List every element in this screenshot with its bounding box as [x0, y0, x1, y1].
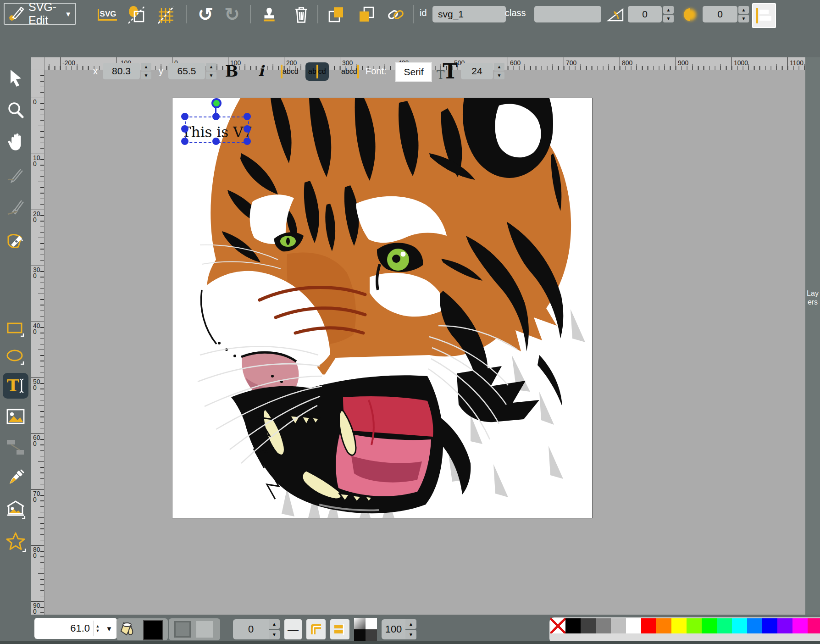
tool-image[interactable] — [5, 405, 27, 427]
font-size-input[interactable]: 24 — [461, 63, 493, 79]
stroke-linejoin-button[interactable] — [306, 619, 326, 639]
italic-button[interactable]: i — [255, 61, 267, 81]
v-ruler-label: 400 — [31, 322, 43, 335]
tool-ellipse[interactable] — [5, 346, 27, 368]
zoom-dropdown-arrow[interactable]: ▼ — [101, 625, 117, 633]
y-label: y — [159, 66, 163, 77]
tool-zoom[interactable] — [5, 99, 27, 121]
fill-color-swatch[interactable] — [143, 620, 163, 640]
main-menu-button[interactable]: SVG-Edit ▼ — [4, 3, 76, 25]
font-family-value: Serif — [404, 67, 423, 78]
move-to-top-button[interactable] — [325, 5, 348, 25]
palette-swatch-00ffff[interactable] — [732, 618, 747, 633]
text-anchor-middle-button[interactable]: ab cd — [305, 62, 329, 81]
tool-pan[interactable] — [5, 131, 27, 153]
tool-select[interactable] — [5, 67, 27, 89]
tool-pencil[interactable] — [5, 164, 27, 186]
zoom-control[interactable]: 61.0 ▲▼ ▼ — [34, 618, 117, 639]
zoom-spinner[interactable]: ▲▼ — [94, 621, 101, 636]
opacity-input[interactable]: 100 — [382, 619, 405, 639]
clone-button[interactable] — [258, 5, 281, 25]
grid-tools-button[interactable] — [154, 5, 178, 25]
redo-button[interactable]: ↻ — [221, 4, 243, 25]
palette-swatch-ff007f[interactable] — [808, 618, 820, 633]
text-anchor-start-button[interactable]: abcd — [281, 62, 299, 81]
palette-swatch-00ff00[interactable] — [702, 618, 717, 633]
opacity-spinner[interactable]: ▲▼ — [405, 619, 416, 639]
image-tools-button[interactable] — [125, 5, 149, 25]
stroke-width-input[interactable]: 0 — [233, 619, 269, 639]
delete-button[interactable] — [290, 5, 313, 25]
tool-eyedropper[interactable] — [5, 467, 27, 489]
selection-handle-se[interactable] — [244, 138, 251, 145]
font-family-button[interactable]: Serif — [395, 62, 432, 82]
palette-swatch-0000ff[interactable] — [762, 618, 777, 633]
stroke-dash-button[interactable]: — — [284, 619, 302, 639]
palette-swatch-ff0000[interactable] — [641, 618, 656, 633]
svg-edit-app: SVG-Edit ▼ SVG ↺ ↻ — [0, 0, 820, 644]
tool-text[interactable]: T — [3, 373, 28, 399]
palette-swatch-none[interactable] — [550, 618, 565, 633]
blur-input[interactable]: 0 — [703, 6, 737, 22]
palette-swatch-000000[interactable] — [565, 618, 581, 633]
selection-handle-w[interactable] — [181, 125, 188, 133]
ruler-corner — [31, 57, 44, 70]
rectangle-icon — [6, 320, 26, 338]
palette-swatch-7f7f7f[interactable] — [596, 618, 611, 633]
font-size-spinner[interactable]: ▲▼ — [494, 63, 504, 79]
x-label: x — [93, 66, 98, 77]
undo-button[interactable]: ↺ — [194, 4, 216, 25]
tool-connector[interactable] — [5, 436, 27, 458]
palette-swatch-ff00ff[interactable] — [792, 618, 808, 633]
x-spinner[interactable]: ▲▼ — [141, 63, 151, 79]
palette-swatch-7fff00[interactable] — [687, 618, 702, 633]
palette-swatch-bfbfbf[interactable] — [611, 618, 626, 633]
v-ruler-label: 500 — [31, 378, 43, 391]
stroke-linecap-button[interactable] — [330, 619, 349, 639]
palette-swatch-7f00ff[interactable] — [777, 618, 792, 633]
layers-panel-flap[interactable]: Layers — [805, 57, 820, 615]
text-anchor-end-button[interactable]: abcd — [341, 62, 359, 81]
stroke-width-spinner[interactable]: ▲▼ — [269, 619, 280, 639]
workspace[interactable]: -200-10001002003004005006007008009001000… — [31, 57, 805, 615]
x-input[interactable]: 80.3 — [103, 63, 140, 79]
blur-spinner[interactable]: ▲▼ — [738, 6, 749, 22]
selection-handle-nw[interactable] — [181, 113, 188, 120]
selection-handle-ne[interactable] — [244, 113, 251, 120]
tool-shape-library[interactable] — [5, 499, 27, 521]
line-marker-icon — [6, 198, 25, 217]
selection-handle-sw[interactable] — [181, 138, 188, 145]
id-input[interactable]: svg_1 — [432, 6, 506, 22]
palette-swatch-00ff7f[interactable] — [717, 618, 732, 633]
align-panel-button[interactable] — [752, 3, 776, 28]
selection-handle-s[interactable] — [212, 138, 220, 145]
selection-handle-e[interactable] — [244, 125, 251, 133]
palette-swatch-ff7f00[interactable] — [656, 618, 671, 633]
tool-path[interactable] — [5, 229, 27, 251]
zoom-value[interactable]: 61.0 — [34, 622, 94, 634]
svg-canvas[interactable]: This is V7 — [172, 98, 593, 518]
make-link-button[interactable] — [384, 5, 407, 25]
toolbar-separator — [413, 5, 414, 23]
stroke-color-swatch[interactable] — [196, 621, 213, 638]
tool-rectangle[interactable] — [5, 318, 27, 340]
selection-handle-n[interactable] — [212, 113, 220, 120]
vertical-ruler: 0100200300400500600700800900 — [31, 70, 44, 615]
palette-swatch-3f3f3f[interactable] — [581, 618, 596, 633]
y-spinner[interactable]: ▲▼ — [206, 63, 216, 79]
move-bottom-icon — [357, 5, 376, 24]
bold-button[interactable]: B — [224, 61, 239, 81]
rotate-handle[interactable] — [211, 98, 222, 108]
anchor-middle-left: ab — [308, 67, 316, 76]
angle-spinner[interactable]: ▲▼ — [663, 6, 674, 22]
y-input[interactable]: 65.5 — [168, 63, 205, 79]
palette-swatch-ffffff[interactable] — [626, 618, 641, 633]
move-to-bottom-button[interactable] — [355, 5, 378, 25]
palette-swatch-ffff00[interactable] — [671, 618, 687, 633]
tool-line[interactable] — [5, 196, 27, 218]
class-input[interactable] — [534, 6, 601, 22]
angle-input[interactable]: 0 — [628, 6, 662, 22]
tool-star[interactable] — [5, 531, 27, 553]
source-editor-button[interactable]: SVG — [95, 6, 119, 24]
palette-swatch-007fff[interactable] — [747, 618, 762, 633]
